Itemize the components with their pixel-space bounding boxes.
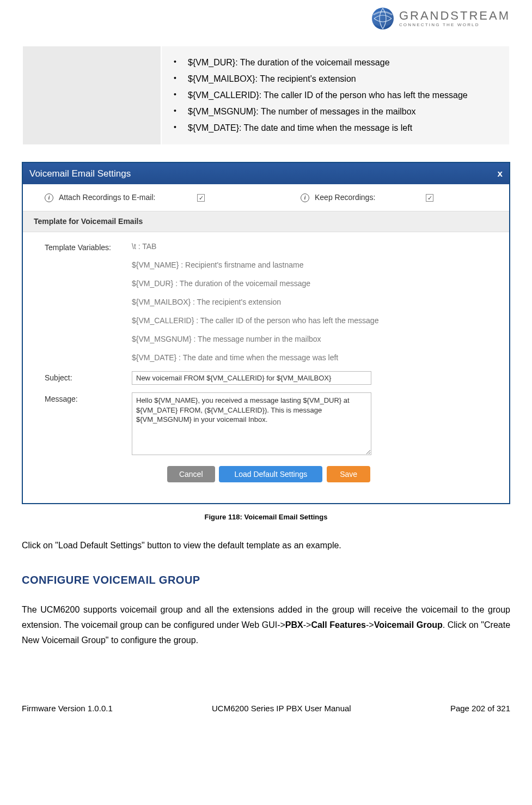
attach-recordings-checkbox[interactable]: ✓ — [197, 194, 205, 202]
logo-tagline-text: CONNECTING THE WORLD — [399, 23, 480, 27]
template-variable-item: ${VM_MAILBOX} : The recipient's extensio… — [132, 296, 378, 308]
variables-table: ${VM_DUR}: The duration of the voicemail… — [22, 45, 510, 146]
footer-firmware-version: Firmware Version 1.0.0.1 — [22, 703, 113, 715]
subject-input[interactable] — [132, 371, 371, 385]
template-variables-label: Template Variables: — [45, 241, 132, 364]
keep-recordings-label: Keep Recordings: — [315, 192, 375, 203]
message-label: Message: — [45, 392, 132, 455]
template-variable-item: \t : TAB — [132, 241, 378, 252]
dialog-title: Voicemail Email Settings — [29, 167, 131, 181]
variable-item: ${VM_MSGNUM}: The number of messages in … — [188, 105, 499, 118]
voicemail-group-paragraph: The UCM6200 supports voicemail group and… — [22, 602, 510, 648]
template-variables-list: \t : TAB ${VM_NAME} : Recipient's firstn… — [132, 241, 378, 364]
template-variable-item: ${VM_DATE} : The date and time when the … — [132, 352, 378, 364]
figure-caption: Figure 118: Voicemail Email Settings — [22, 512, 510, 523]
template-variable-item: ${VM_NAME} : Recipient's firstname and l… — [132, 259, 378, 271]
variable-item: ${VM_DATE}: The date and time when the m… — [188, 122, 499, 135]
variables-table-right-cell: ${VM_DUR}: The duration of the voicemail… — [161, 46, 510, 145]
footer-page-number: Page 202 of 321 — [450, 703, 510, 715]
grandstream-globe-icon — [371, 7, 395, 31]
variable-item: ${VM_DUR}: The duration of the voicemail… — [188, 56, 499, 69]
brand-logo-area: GRANDSTREAM CONNECTING THE WORLD — [22, 0, 510, 45]
footer-manual-title: UCM6200 Series IP PBX User Manual — [212, 703, 351, 715]
info-icon[interactable]: i — [45, 193, 53, 202]
keep-recordings-checkbox[interactable]: ✓ — [426, 194, 433, 202]
save-button[interactable]: Save — [327, 466, 370, 482]
load-default-settings-button[interactable]: Load Default Settings — [219, 466, 322, 482]
voicemail-email-settings-dialog: Voicemail Email Settings x i Attach Reco… — [22, 162, 510, 505]
subject-label: Subject: — [45, 371, 132, 385]
variable-item: ${VM_MAILBOX}: The recipient's extension — [188, 72, 499, 86]
configure-voicemail-group-heading: CONFIGURE VOICEMAIL GROUP — [22, 572, 510, 588]
variable-item: ${VM_CALLERID}: The caller ID of the per… — [188, 89, 499, 102]
attach-recordings-label: Attach Recordings to E-mail: — [59, 192, 155, 203]
info-icon[interactable]: i — [301, 193, 309, 202]
template-variable-item: ${VM_MSGNUM} : The message number in the… — [132, 334, 378, 345]
template-section-header: Template for Voicemail Emails — [23, 211, 509, 232]
load-default-hint-paragraph: Click on "Load Default Settings" button … — [22, 539, 510, 552]
page-footer: Firmware Version 1.0.0.1 UCM6200 Series … — [22, 681, 510, 728]
message-textarea[interactable] — [132, 392, 371, 455]
variables-table-left-cell — [22, 46, 161, 145]
cancel-button[interactable]: Cancel — [167, 466, 215, 482]
template-variable-item: ${VM_DUR} : The duration of the voicemai… — [132, 278, 378, 289]
template-variable-item: ${VM_CALLERID} : The caller ID of the pe… — [132, 315, 378, 326]
close-icon[interactable]: x — [498, 167, 503, 181]
logo-brand-text: GRANDSTREAM — [399, 10, 510, 22]
dialog-titlebar: Voicemail Email Settings x — [23, 163, 509, 185]
